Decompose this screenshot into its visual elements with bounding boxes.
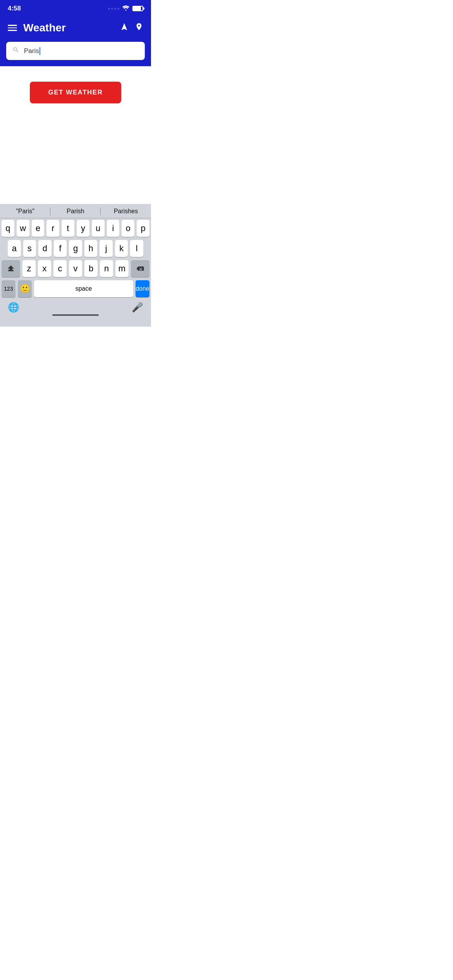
navigation-arrow-icon[interactable] xyxy=(120,22,129,33)
key-q[interactable]: q xyxy=(2,220,14,237)
text-cursor xyxy=(39,47,40,55)
key-h[interactable]: h xyxy=(84,240,98,257)
location-pin-icon[interactable] xyxy=(135,22,143,33)
key-c[interactable]: c xyxy=(53,260,67,277)
autocomplete-item-parish[interactable]: Parish xyxy=(50,208,101,215)
key-u[interactable]: u xyxy=(92,220,105,237)
key-n[interactable]: n xyxy=(100,260,113,277)
app-header: Weather xyxy=(0,17,151,42)
battery-icon xyxy=(132,6,143,11)
menu-button[interactable] xyxy=(8,25,17,31)
key-v[interactable]: v xyxy=(69,260,82,277)
key-l[interactable]: l xyxy=(130,240,143,257)
keyboard-row-1: q w e r t y u i o p xyxy=(0,218,151,238)
wifi-icon xyxy=(122,5,129,12)
key-g[interactable]: g xyxy=(69,240,82,257)
key-d[interactable]: d xyxy=(38,240,51,257)
get-weather-button[interactable]: GET WEATHER xyxy=(30,82,122,103)
search-icon xyxy=(12,46,19,55)
status-bar: 4:58 xyxy=(0,0,151,17)
key-z[interactable]: z xyxy=(22,260,36,277)
keyboard-extra-row: 🌐 🎤 xyxy=(0,299,151,313)
key-p[interactable]: p xyxy=(137,220,149,237)
autocomplete-item-parishes[interactable]: Parishes xyxy=(101,208,151,215)
key-k[interactable]: k xyxy=(115,240,128,257)
signal-dots-icon xyxy=(108,8,119,10)
shift-key[interactable] xyxy=(2,260,20,277)
key-b[interactable]: b xyxy=(84,260,98,277)
keyboard-row-2: a s d f g h j k l xyxy=(0,238,151,259)
globe-icon[interactable]: 🌐 xyxy=(8,302,19,313)
keyboard: "Paris" Parish Parishes q w e r t y u i … xyxy=(0,204,151,327)
home-indicator xyxy=(0,313,151,319)
space-key[interactable]: space xyxy=(34,280,133,297)
key-w[interactable]: w xyxy=(17,220,29,237)
key-f[interactable]: f xyxy=(54,240,67,257)
key-t[interactable]: t xyxy=(62,220,74,237)
keyboard-row-3: z x c v b n m xyxy=(0,259,151,279)
key-m[interactable]: m xyxy=(115,260,129,277)
keyboard-bottom-row: 123 🙂 space done xyxy=(0,279,151,299)
done-key[interactable]: done xyxy=(136,280,149,297)
status-icons xyxy=(108,5,143,12)
search-section: Paris xyxy=(0,42,151,66)
status-time: 4:58 xyxy=(8,5,21,12)
home-bar xyxy=(52,314,99,316)
key-x[interactable]: x xyxy=(38,260,51,277)
key-o[interactable]: o xyxy=(122,220,134,237)
key-e[interactable]: e xyxy=(32,220,45,237)
search-bar[interactable]: Paris xyxy=(6,42,145,60)
key-j[interactable]: j xyxy=(100,240,113,257)
autocomplete-item-paris-quoted[interactable]: "Paris" xyxy=(0,208,50,215)
key-r[interactable]: r xyxy=(46,220,59,237)
delete-key[interactable] xyxy=(131,260,149,277)
main-content: GET WEATHER xyxy=(0,66,151,119)
emoji-key[interactable]: 🙂 xyxy=(18,280,32,297)
app-title: Weather xyxy=(23,22,120,34)
search-input[interactable]: Paris xyxy=(24,47,139,55)
autocomplete-bar: "Paris" Parish Parishes xyxy=(0,204,151,218)
numbers-key[interactable]: 123 xyxy=(2,280,15,297)
key-y[interactable]: y xyxy=(77,220,89,237)
microphone-icon[interactable]: 🎤 xyxy=(132,302,143,313)
key-i[interactable]: i xyxy=(107,220,120,237)
key-s[interactable]: s xyxy=(23,240,36,257)
key-a[interactable]: a xyxy=(8,240,21,257)
header-actions xyxy=(120,22,143,33)
